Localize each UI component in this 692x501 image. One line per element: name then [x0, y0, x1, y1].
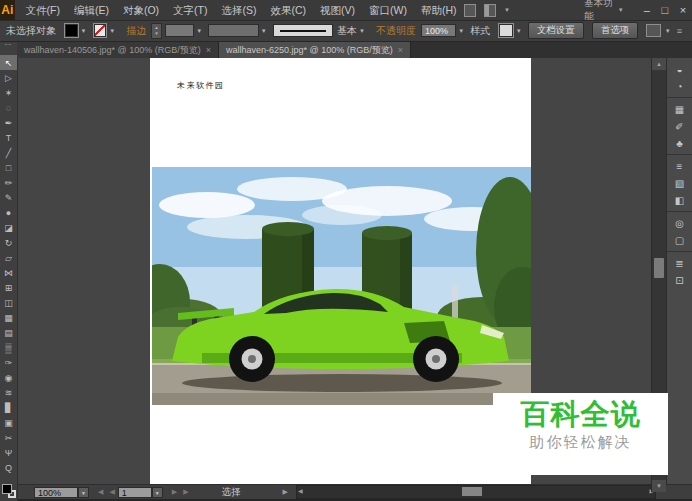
tab-wallhaven-6250[interactable]: wallhaven-6250.jpg* @ 100% (RGB/预览) × [219, 42, 411, 58]
menu-window[interactable]: 窗口(W) [362, 0, 414, 20]
artboard-caret-icon[interactable]: ▼ [152, 487, 163, 498]
direct-selection-tool[interactable]: ▷ [0, 70, 17, 85]
scroll-down-icon[interactable]: ▼ [652, 480, 666, 492]
artboard-combo[interactable]: 1 ▼ [118, 487, 163, 498]
app-logo-icon[interactable]: Ai [0, 0, 15, 20]
artboard-number-field[interactable]: 1 [118, 487, 152, 498]
close-button[interactable]: × [674, 0, 692, 20]
type-tool[interactable]: T [0, 130, 17, 145]
style-caret-icon[interactable]: ▼ [516, 28, 522, 34]
align-caret-icon[interactable]: ▼ [665, 28, 671, 34]
lasso-tool[interactable]: ◌ [0, 100, 17, 115]
column-graph-tool[interactable]: ▊ [0, 400, 17, 415]
zoom-level-field[interactable]: 100% [34, 487, 78, 498]
stroke-weight-field[interactable] [165, 24, 194, 37]
align-options-icon[interactable] [646, 24, 661, 37]
eyedropper-tool[interactable]: ✑ [0, 355, 17, 370]
brush-definition-value[interactable]: 基本 [337, 24, 357, 38]
artboard-text[interactable]: 未来软件园 [177, 80, 225, 91]
maximize-button[interactable]: □ [656, 0, 674, 20]
workspace-switcher[interactable]: 基本功能 [584, 0, 614, 23]
scroll-up-icon[interactable]: ▲ [652, 58, 666, 70]
tools-panel-collapse-icon[interactable]: ˆˆ [0, 42, 17, 55]
artboard[interactable]: 未来软件园 [150, 58, 531, 484]
menu-help[interactable]: 帮助(H) [414, 0, 464, 20]
placed-image[interactable] [152, 167, 531, 405]
mesh-tool[interactable]: ▤ [0, 325, 17, 340]
vertical-scroll-thumb[interactable] [654, 258, 664, 278]
magic-wand-tool[interactable]: ✶ [0, 85, 17, 100]
tab-wallhaven-140506[interactable]: wallhaven-140506.jpg* @ 100% (RGB/预览) × [17, 42, 219, 58]
selection-tool[interactable]: ↖ [0, 55, 17, 70]
fill-stroke-indicator[interactable] [2, 484, 16, 498]
brushes-icon[interactable]: ✐ [667, 118, 692, 135]
hand-tool[interactable]: Ψ [0, 445, 17, 460]
screen-mode-caret-icon[interactable]: ▼ [504, 7, 510, 13]
brush-definition-select[interactable] [273, 24, 333, 37]
workspace-caret-icon[interactable]: ▼ [618, 7, 624, 13]
opacity-panel-link[interactable]: 不透明度 [376, 24, 416, 38]
status-popup-icon[interactable]: ▶ [283, 488, 288, 496]
opacity-field[interactable]: 100% [421, 24, 456, 37]
stroke-weight-stepper[interactable]: ▴▾ [151, 23, 162, 39]
paintbrush-tool[interactable]: ✏ [0, 175, 17, 190]
rotate-tool[interactable]: ↻ [0, 235, 17, 250]
fill-caret-icon[interactable]: ▼ [81, 28, 87, 34]
menu-object[interactable]: 对象(O) [116, 0, 166, 20]
gradient-icon[interactable]: ▧ [667, 175, 692, 192]
stroke-icon[interactable]: ≡ [667, 158, 692, 175]
artboards-icon[interactable]: ⊡ [667, 272, 692, 289]
zoom-combo[interactable]: 100% ▼ [34, 487, 89, 498]
eraser-tool[interactable]: ◪ [0, 220, 17, 235]
pencil-tool[interactable]: ✎ [0, 190, 17, 205]
layers-icon[interactable]: ≣ [667, 255, 692, 272]
blend-tool[interactable]: ◉ [0, 370, 17, 385]
swatches-icon[interactable]: ▦ [667, 101, 692, 118]
tab-close-icon[interactable]: × [206, 45, 211, 55]
brush-caret-icon[interactable]: ▼ [359, 28, 365, 34]
preferences-button[interactable]: 首选项 [592, 22, 639, 39]
menu-edit[interactable]: 编辑(E) [67, 0, 116, 20]
slice-tool[interactable]: ✂ [0, 430, 17, 445]
zoom-tool[interactable]: Q [0, 460, 17, 475]
symbols-icon[interactable]: ♣ [667, 135, 692, 155]
width-tool[interactable]: ⋈ [0, 265, 17, 280]
tab-close-icon[interactable]: × [398, 45, 403, 55]
menu-select[interactable]: 选择(S) [215, 0, 264, 20]
menu-file[interactable]: 文件(F) [19, 0, 67, 20]
stroke-color-swatch[interactable] [93, 23, 108, 38]
last-artboard-icon[interactable]: ▶ [183, 488, 188, 496]
fill-proxy-icon[interactable] [2, 484, 12, 494]
pen-tool[interactable]: ✒ [0, 115, 17, 130]
stroke-panel-link[interactable]: 描边 [126, 24, 146, 38]
first-artboard-icon[interactable]: ◀ [98, 488, 103, 496]
control-bar-menu-icon[interactable]: ≡ [677, 26, 682, 36]
width-profile-caret-icon[interactable]: ▼ [261, 28, 267, 34]
arrange-documents-icon[interactable] [464, 4, 476, 17]
menu-effect[interactable]: 效果(C) [264, 0, 314, 20]
line-segment-tool[interactable]: ╱ [0, 145, 17, 160]
scale-tool[interactable]: ▱ [0, 250, 17, 265]
free-transform-tool[interactable]: ⊞ [0, 280, 17, 295]
perspective-grid-tool[interactable]: ▦ [0, 310, 17, 325]
style-swatch[interactable] [498, 23, 514, 38]
menu-type[interactable]: 文字(T) [166, 0, 214, 20]
rectangle-tool[interactable]: □ [0, 160, 17, 175]
gradient-tool[interactable]: ▒ [0, 340, 17, 355]
screen-mode-icon[interactable] [484, 4, 496, 17]
scroll-left-icon[interactable]: ◀ [298, 486, 303, 497]
appearance-icon[interactable]: ◎ [667, 215, 692, 232]
zoom-caret-icon[interactable]: ▼ [78, 487, 89, 498]
artboard-tool[interactable]: ▣ [0, 415, 17, 430]
opacity-caret-icon[interactable]: ▼ [458, 28, 464, 34]
document-setup-button[interactable]: 文档设置 [528, 22, 584, 39]
stroke-weight-caret-icon[interactable]: ▼ [196, 28, 202, 34]
horizontal-scrollbar[interactable]: ◀ ▶ [296, 485, 656, 499]
next-artboard-icon[interactable]: ▶ [172, 488, 177, 496]
width-profile-select[interactable] [208, 24, 259, 37]
stroke-caret-icon[interactable]: ▼ [109, 28, 115, 34]
transparency-icon[interactable]: ◧ [667, 192, 692, 212]
fill-color-swatch[interactable] [64, 23, 79, 38]
menu-view[interactable]: 视图(V) [313, 0, 362, 20]
symbol-sprayer-tool[interactable]: ≋ [0, 385, 17, 400]
